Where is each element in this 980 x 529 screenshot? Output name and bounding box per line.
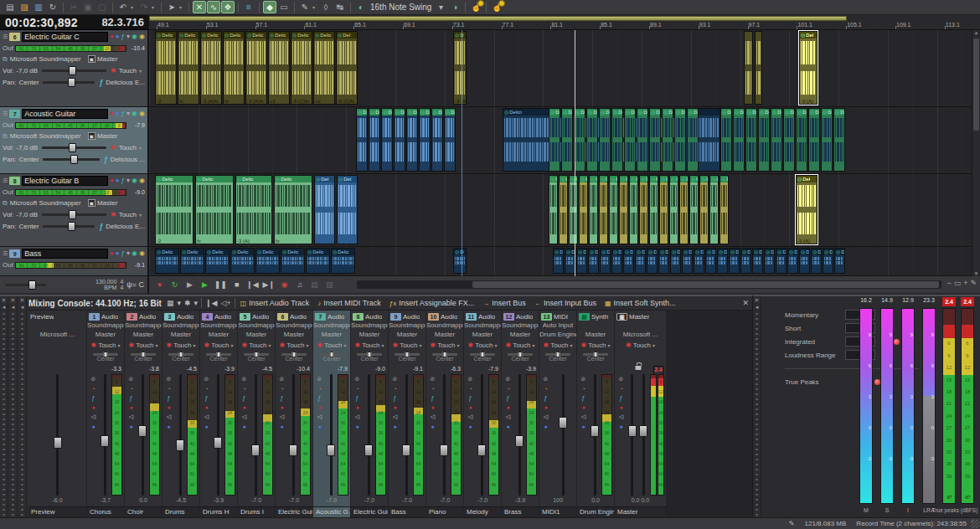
record-arm-icon[interactable]: ●	[619, 404, 622, 410]
audio-clip[interactable]: ◎Del	[771, 108, 782, 172]
close-icon[interactable]: ✕	[755, 297, 760, 304]
chevron-down-icon[interactable]: ▾	[118, 342, 121, 348]
timeline-ruler[interactable]: 49.153.157.161.165.169.173.177.181.185.1…	[149, 15, 980, 30]
automation-mode-control[interactable]: ✱Touch▾	[200, 340, 237, 351]
audio-clip[interactable]: ◎Del	[670, 248, 681, 274]
phase-icon[interactable]: ⊘	[91, 376, 96, 383]
audio-clip[interactable]: ◎Delic	[180, 248, 204, 274]
insert-midi-track-button[interactable]: ♪Insert MIDI Track	[317, 299, 381, 307]
timecode-display[interactable]: 00:02:30,892	[5, 16, 78, 29]
fx-plugin-name[interactable]: Delicious E...	[106, 79, 145, 86]
record-arm-icon[interactable]: ●	[393, 404, 396, 410]
pan-handle[interactable]	[292, 352, 297, 357]
record-arm-icon[interactable]: ●	[544, 404, 547, 410]
output-device-label[interactable]: Soundmapper	[238, 321, 275, 331]
mute-icon[interactable]: ●	[317, 424, 321, 429]
fader-handle[interactable]	[639, 425, 647, 437]
volume-value[interactable]: -7,0 dB	[16, 211, 38, 218]
volume-value[interactable]: -7,0 dB	[16, 67, 38, 74]
phase-icon[interactable]: ⊘	[544, 376, 549, 383]
output-device-label[interactable]: Soundmapper	[389, 321, 426, 331]
gain-icon[interactable]: ◔	[129, 386, 132, 392]
input-monitor-icon[interactable]: ◁	[468, 413, 472, 420]
automation-mode-control[interactable]: ✱Touch▾	[426, 340, 463, 351]
pan-handle[interactable]	[104, 352, 108, 357]
bus-assignment-label[interactable]: Microsoft ...	[615, 331, 666, 340]
master-volume-handle[interactable]	[28, 280, 36, 290]
phase-icon[interactable]: ⊘	[167, 376, 172, 383]
audio-clip[interactable]: ◎Del	[314, 175, 335, 244]
chevron-down-icon[interactable]: ▾	[139, 212, 145, 218]
volume-handle[interactable]	[69, 210, 76, 219]
output-device-label[interactable]: Soundmapper	[464, 321, 501, 331]
pan-control[interactable]: Center	[313, 351, 350, 365]
bar-beat-position[interactable]: 82.3.716	[101, 16, 144, 28]
channel-name[interactable]: Master	[615, 506, 666, 517]
pan-slider[interactable]	[43, 158, 99, 161]
edit-details-icon[interactable]: ✎	[789, 520, 795, 527]
audio-clip[interactable]: ◎Delicfx	[274, 175, 312, 244]
audio-clip[interactable]: ◎Delic+2	[268, 31, 290, 105]
bus-assignment-label[interactable]: Master	[426, 331, 463, 340]
audio-clip[interactable]: ◎Del	[717, 248, 728, 274]
fx-chain-icon[interactable]: ◉	[139, 33, 145, 41]
record-arm-icon[interactable]: ●	[167, 404, 170, 410]
swing-drop[interactable]: ▾	[434, 1, 447, 13]
fader-handle[interactable]	[251, 444, 260, 456]
undock-icon[interactable]: ◂	[12, 304, 15, 311]
pan-control[interactable]: Center	[539, 351, 576, 365]
fx-plugin-icon[interactable]: ƒ	[99, 79, 103, 87]
pan-handle[interactable]	[556, 352, 560, 357]
audio-clip[interactable]: ◎Delic-2	[155, 31, 177, 105]
key-indicator[interactable]: ψ= C	[126, 280, 144, 289]
track-name-field[interactable]: Electric Guitar B	[22, 176, 108, 186]
pan-handle[interactable]	[330, 352, 334, 357]
mute-icon[interactable]: ●	[468, 424, 472, 429]
fx-plugin-name[interactable]: Delicious E...	[106, 223, 145, 230]
chevron-down-icon[interactable]: ▾	[652, 342, 655, 348]
pan-control[interactable]: Center	[577, 351, 614, 365]
phase-icon[interactable]: ⊘	[619, 376, 624, 383]
envelope-pan-icon[interactable]: ❖	[221, 1, 235, 13]
monitor-icon[interactable]: ◉	[132, 249, 137, 258]
record-arm-icon[interactable]: ●	[129, 404, 132, 410]
volume-handle[interactable]	[69, 66, 76, 75]
audio-clip[interactable]: ◎Del	[764, 248, 775, 274]
channel-name[interactable]: Drum Engine	[577, 506, 614, 517]
pan-control[interactable]: Center	[464, 351, 501, 365]
input-monitor-icon[interactable]: ◁	[167, 413, 171, 420]
pan-slider[interactable]	[395, 353, 420, 356]
audio-clip[interactable]: ◎Del	[639, 175, 648, 244]
audio-clip[interactable]: ◎Del	[720, 108, 732, 172]
pan-handle[interactable]	[255, 352, 259, 357]
audio-clip[interactable]: ◎Del	[588, 248, 599, 274]
chevron-down-icon[interactable]: ▾	[126, 177, 130, 185]
audio-clip[interactable]: ◎Del	[823, 248, 833, 274]
audio-clip[interactable]: ◎Del	[611, 108, 623, 172]
insert-bus-button[interactable]: →Insert Bus	[482, 299, 526, 307]
go-to-start-button[interactable]: ❙◀	[246, 280, 258, 289]
fader-handle[interactable]	[214, 437, 222, 449]
record-button[interactable]: ●	[154, 280, 165, 289]
automation-mode-control[interactable]	[28, 340, 86, 351]
output-device-label[interactable]: Soundmapper	[200, 321, 237, 331]
track-minimize-icon[interactable]: ☰	[3, 33, 8, 40]
pan-handle[interactable]	[142, 352, 146, 357]
mute-icon[interactable]: ●	[431, 424, 434, 429]
volume-fader[interactable]	[142, 374, 144, 496]
gain-icon[interactable]: ◔	[355, 386, 358, 392]
pan-slider[interactable]	[357, 353, 382, 356]
monitor-icon[interactable]: ◉	[132, 33, 137, 41]
chevron-down-icon[interactable]: ▾	[193, 342, 196, 348]
input-monitor-icon[interactable]: ◁	[204, 413, 209, 420]
event-tool-button[interactable]: ▤	[309, 280, 320, 289]
channel-name[interactable]: Drums	[162, 506, 199, 517]
bus-assignment-label[interactable]: Master	[87, 331, 124, 340]
audio-clip[interactable]: ◎Del	[381, 108, 393, 172]
pan-control[interactable]: Center	[502, 351, 539, 365]
audio-clip[interactable]: ◎Del	[796, 108, 807, 172]
audio-clip[interactable]: ◎Delic	[205, 248, 230, 274]
audio-clip[interactable]: ◎Del	[576, 248, 587, 274]
pan-slider[interactable]	[244, 353, 269, 356]
audio-clip[interactable]: ◎Delic+2	[313, 31, 335, 105]
